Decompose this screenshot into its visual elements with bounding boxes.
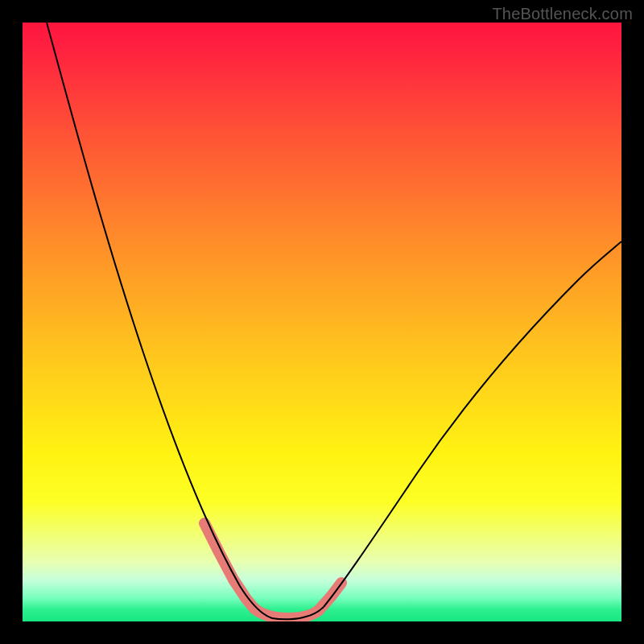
chart-frame: TheBottleneck.com [0, 0, 644, 644]
plot-area [23, 23, 621, 621]
curve-left-branch [47, 23, 272, 618]
curve-right-branch [324, 242, 621, 607]
curve-layer [23, 23, 621, 621]
watermark-text: TheBottleneck.com [492, 5, 633, 23]
